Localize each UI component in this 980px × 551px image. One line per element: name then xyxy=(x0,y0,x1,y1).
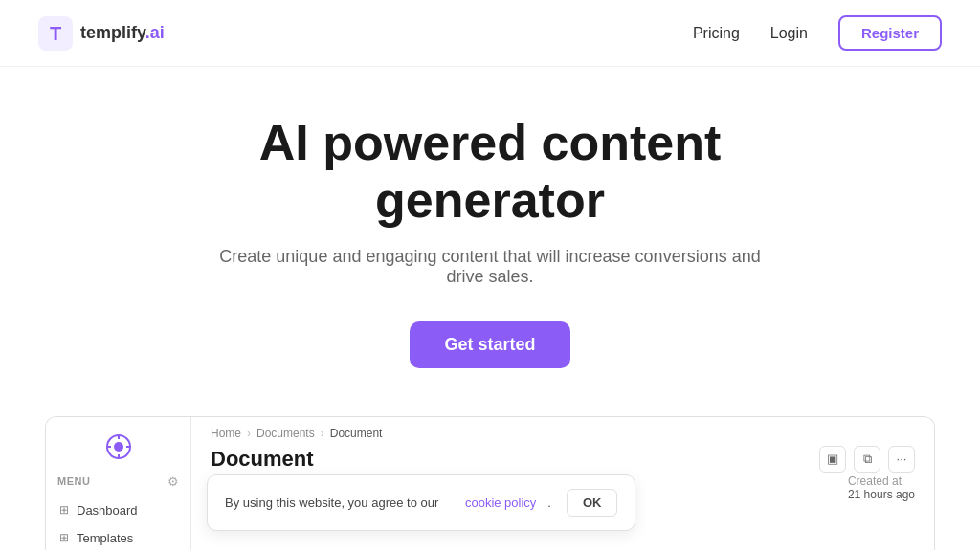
breadcrumb-current: Document xyxy=(330,427,383,440)
hero-subtitle: Create unique and engaging content that … xyxy=(212,247,768,287)
doc-action-more[interactable]: ··· xyxy=(888,446,915,473)
login-link[interactable]: Login xyxy=(770,25,808,42)
cookie-text-before: By using this website, you agree to our xyxy=(225,496,438,510)
sidebar-menu-label: MENU xyxy=(57,475,90,487)
hero-title: AI powered content generator xyxy=(155,115,825,230)
document-actions: ▣ ⧉ ··· xyxy=(819,446,915,473)
sidebar-settings-icon[interactable]: ⚙ xyxy=(167,474,179,489)
breadcrumb: Home › Documents › Document xyxy=(191,417,934,444)
svg-point-3 xyxy=(114,442,123,452)
pricing-link[interactable]: Pricing xyxy=(693,25,740,42)
sidebar-item-label-dashboard: Dashboard xyxy=(77,503,138,518)
logo-icon: T xyxy=(38,16,73,51)
logo-text: templify.ai xyxy=(80,23,165,43)
header: T templify.ai Pricing Login Register xyxy=(0,0,980,67)
breadcrumb-sep-1: › xyxy=(247,427,251,440)
templates-icon: ⊞ xyxy=(59,531,69,544)
breadcrumb-sep-2: › xyxy=(321,427,324,440)
cookie-banner: By using this website, you agree to our … xyxy=(207,474,635,531)
app-preview: MENU ⚙ ⊞ Dashboard ⊞ Templates Home › Do… xyxy=(45,416,935,550)
get-started-button[interactable]: Get started xyxy=(410,321,569,368)
logo[interactable]: T templify.ai xyxy=(38,16,165,51)
doc-action-copy[interactable]: ⧉ xyxy=(854,446,880,473)
doc-action-save[interactable]: ▣ xyxy=(819,446,846,473)
created-at-label: Created at xyxy=(848,474,915,488)
sidebar-menu-header: MENU ⚙ xyxy=(46,471,190,493)
cookie-ok-button[interactable]: OK xyxy=(567,489,618,517)
created-at-section: Created at 21 hours ago xyxy=(848,474,915,501)
cookie-text-after: . xyxy=(547,496,551,510)
sidebar-item-label-templates: Templates xyxy=(77,531,133,545)
hero-section: AI powered content generator Create uniq… xyxy=(0,67,980,397)
cookie-policy-link[interactable]: cookie policy xyxy=(465,496,536,510)
breadcrumb-home[interactable]: Home xyxy=(211,427,241,440)
sidebar-item-templates[interactable]: ⊞ Templates xyxy=(46,524,190,550)
breadcrumb-documents[interactable]: Documents xyxy=(256,427,315,440)
document-title: Document xyxy=(211,447,314,472)
created-at-time: 21 hours ago xyxy=(848,488,915,501)
register-button[interactable]: Register xyxy=(838,15,942,51)
svg-text:T: T xyxy=(50,23,61,44)
sidebar-logo-icon xyxy=(104,432,133,461)
dashboard-icon: ⊞ xyxy=(59,503,69,517)
nav: Pricing Login Register xyxy=(693,15,942,51)
main-content: Home › Documents › Document Document ▣ ⧉… xyxy=(191,417,934,550)
sidebar: MENU ⚙ ⊞ Dashboard ⊞ Templates xyxy=(46,417,191,550)
sidebar-logo xyxy=(46,427,190,471)
sidebar-item-dashboard[interactable]: ⊞ Dashboard xyxy=(46,496,190,524)
